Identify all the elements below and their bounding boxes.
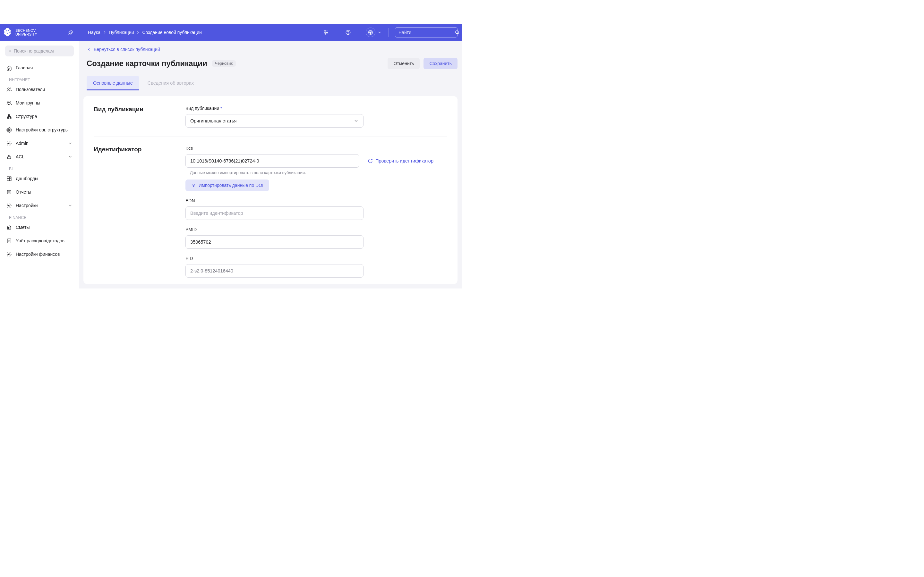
edn-input[interactable] [186, 206, 363, 220]
svg-rect-26 [10, 117, 11, 119]
svg-rect-24 [8, 114, 10, 116]
status-badge: Черновик [212, 60, 236, 67]
sidebar-item-org-settings[interactable]: Настройки орг. структуры [3, 123, 76, 137]
svg-point-4 [5, 33, 6, 33]
double-chevron-down-icon [191, 183, 196, 188]
search-icon [455, 30, 460, 35]
dashboard-icon [6, 176, 12, 181]
chevron-down-icon [377, 30, 382, 35]
sidebar-group-bi: BI [3, 167, 76, 171]
lock-icon [6, 154, 12, 160]
sidebar-item-budgets[interactable]: Сметы [3, 221, 76, 234]
sidebar-item-label: Отчеты [16, 189, 31, 195]
svg-point-27 [8, 129, 10, 131]
sidebar-item-dashboards[interactable]: Дашборды [3, 172, 76, 185]
svg-rect-33 [7, 179, 9, 181]
chevron-down-icon [68, 203, 73, 208]
sidebar-item-acl[interactable]: ACL [3, 150, 76, 163]
breadcrumb-create: Создание новой публикации [142, 30, 202, 35]
verify-identifier-button[interactable]: Проверить идентификатор [368, 158, 433, 163]
field-label-edn: EDN [186, 198, 447, 203]
svg-point-1 [8, 30, 9, 31]
svg-point-12 [348, 33, 348, 34]
section-title-identifier: Идентификатор [94, 146, 186, 153]
eid-input[interactable] [186, 264, 363, 277]
gear-icon [6, 203, 12, 208]
section-title-pub-type: Вид публикации [94, 106, 186, 113]
sidebar-item-label: ACL [16, 154, 24, 159]
settings-sliders-icon[interactable] [321, 28, 330, 37]
header-search-input[interactable] [399, 30, 455, 35]
svg-rect-30 [7, 177, 9, 179]
field-label-pmid: PMID [186, 227, 447, 232]
doi-input[interactable] [186, 154, 359, 168]
sidebar-item-users[interactable]: Пользователи [3, 83, 76, 96]
sidebar-group-finance: FINANCE [3, 215, 76, 220]
search-icon [9, 49, 11, 53]
sidebar-item-my-groups[interactable]: Мои группы [3, 96, 76, 110]
sidebar-search[interactable] [5, 45, 74, 56]
pub-type-select[interactable]: Оригинальная статья [186, 114, 363, 127]
sidebar-item-label: Пользователи [16, 87, 45, 92]
brand-logo[interactable]: SECHENOV UNIVERSITY [3, 28, 61, 37]
doi-hint: Данные можно импортировать в поля карточ… [190, 170, 447, 175]
help-icon[interactable] [344, 28, 352, 37]
svg-point-0 [6, 31, 7, 31]
sidebar-item-admin[interactable]: Admin [3, 137, 76, 150]
pin-icon[interactable] [67, 29, 73, 35]
tab-main-data[interactable]: Основные данные [87, 76, 139, 90]
svg-point-8 [325, 31, 326, 31]
save-button[interactable]: Сохранить [423, 58, 457, 69]
sidebar-item-label: Учёт расходов/доходов [16, 238, 65, 243]
sidebar-item-label: Мои группы [16, 100, 40, 105]
sidebar-group-intranet: ИНТРАНЕТ [3, 77, 76, 82]
svg-point-22 [7, 102, 9, 103]
report-icon [6, 189, 12, 195]
field-label-eid: EID [186, 256, 447, 261]
chevron-down-icon [68, 155, 73, 159]
back-link[interactable]: Вернуться в список публикаций [87, 47, 457, 52]
chevron-down-icon [68, 141, 73, 145]
structure-icon [6, 114, 12, 119]
svg-point-15 [370, 32, 371, 33]
svg-point-10 [325, 33, 326, 34]
chevron-down-icon [354, 118, 359, 123]
svg-point-28 [8, 143, 10, 144]
sidebar-item-finance-settings[interactable]: Настройки финансов [3, 247, 76, 261]
sidebar-item-settings[interactable]: Настройки [3, 199, 76, 212]
sidebar-item-label: Дашборды [16, 176, 38, 181]
svg-point-37 [8, 253, 10, 255]
avatar [366, 27, 375, 37]
sidebar-item-structure[interactable]: Структура [3, 110, 76, 123]
breadcrumb-pubs[interactable]: Публикации [109, 30, 134, 35]
user-menu[interactable] [366, 27, 382, 37]
pmid-input[interactable] [186, 235, 363, 249]
tab-authors[interactable]: Сведения об авторах [141, 76, 200, 90]
gear-icon [6, 251, 12, 257]
sidebar-item-income-expenses[interactable]: Учёт расходов/доходов [3, 234, 76, 247]
header-search[interactable] [395, 27, 457, 37]
svg-point-20 [8, 88, 9, 89]
breadcrumb-science[interactable]: Наука [88, 30, 100, 35]
sidebar-item-reports[interactable]: Отчеты [3, 185, 76, 199]
svg-rect-25 [7, 117, 8, 119]
svg-rect-31 [9, 177, 11, 178]
brain-logo-icon [3, 28, 13, 37]
svg-point-21 [10, 88, 11, 89]
field-label-doi: DOI [186, 146, 447, 151]
brand-line2: UNIVERSITY [15, 32, 37, 36]
page-title: Создание карточки публикации [87, 59, 207, 68]
sidebar-search-input[interactable] [14, 48, 70, 53]
svg-point-35 [8, 205, 10, 206]
home-icon [6, 65, 12, 71]
svg-point-2 [9, 32, 10, 33]
cancel-button[interactable]: Отменить [388, 58, 420, 69]
breadcrumb: Наука Публикации Создание новой публикац… [88, 30, 202, 35]
sidebar-item-home[interactable]: Главная [3, 61, 76, 74]
sidebar-item-label: Главная [16, 65, 33, 70]
chevron-right-icon [102, 30, 107, 35]
group-icon [6, 100, 12, 106]
pub-type-value: Оригинальная статья [190, 118, 236, 123]
import-doi-button[interactable]: Импортировать данные по DOI [186, 179, 269, 191]
sidebar-item-label: Admin [16, 141, 29, 146]
